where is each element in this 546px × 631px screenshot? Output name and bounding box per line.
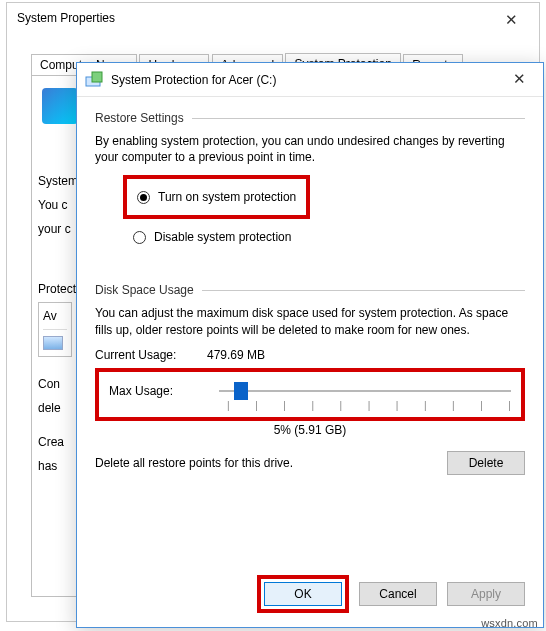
window-title: System Properties xyxy=(17,11,115,31)
delete-description: Delete all restore points for this drive… xyxy=(95,456,293,470)
drive-protection-icon xyxy=(85,71,103,89)
restore-description: By enabling system protection, you can u… xyxy=(95,133,525,165)
highlight-ok: OK xyxy=(257,575,349,613)
radio-label: Turn on system protection xyxy=(158,190,296,204)
radio-disable[interactable]: Disable system protection xyxy=(133,225,525,249)
radio-icon xyxy=(137,191,150,204)
radio-turn-on[interactable]: Turn on system protection xyxy=(137,185,296,209)
current-usage-label: Current Usage: xyxy=(95,348,207,362)
svg-rect-1 xyxy=(92,72,102,82)
delete-button[interactable]: Delete xyxy=(447,451,525,475)
shield-icon xyxy=(42,88,78,124)
max-usage-label: Max Usage: xyxy=(109,384,213,398)
slider-thumb[interactable] xyxy=(234,382,248,400)
highlight-max-usage: Max Usage: ||||||||||| xyxy=(95,368,525,421)
system-protection-dialog: System Protection for Acer (C:) ✕ Restor… xyxy=(76,62,544,628)
max-usage-slider[interactable] xyxy=(219,390,511,392)
radio-icon xyxy=(133,231,146,244)
close-icon[interactable]: ✕ xyxy=(493,11,529,31)
current-usage-value: 479.69 MB xyxy=(207,348,265,362)
disk-space-heading: Disk Space Usage xyxy=(95,283,525,297)
back-text: Av xyxy=(43,309,67,323)
ok-button[interactable]: OK xyxy=(264,582,342,606)
dialog-title: System Protection for Acer (C:) xyxy=(111,73,499,87)
disk-description: You can adjust the maximum disk space us… xyxy=(95,305,525,337)
slider-ticks: ||||||||||| xyxy=(227,400,511,411)
drive-icon xyxy=(43,336,63,350)
dialog-titlebar: System Protection for Acer (C:) ✕ xyxy=(77,63,543,97)
close-icon[interactable]: ✕ xyxy=(499,66,539,94)
restore-settings-heading: Restore Settings xyxy=(95,111,525,125)
watermark: wsxdn.com xyxy=(481,617,538,629)
max-usage-percent: 5% (5.91 GB) xyxy=(95,423,525,437)
radio-label: Disable system protection xyxy=(154,230,291,244)
apply-button[interactable]: Apply xyxy=(447,582,525,606)
cancel-button[interactable]: Cancel xyxy=(359,582,437,606)
highlight-turn-on: Turn on system protection xyxy=(123,175,310,219)
